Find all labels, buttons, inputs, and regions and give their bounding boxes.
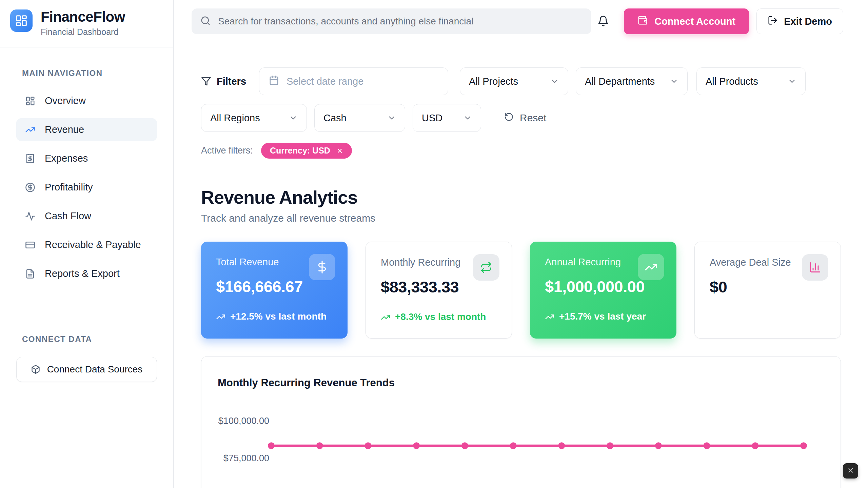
chevron-down-icon xyxy=(289,114,298,122)
sidebar-item-label: Expenses xyxy=(45,153,88,164)
sidebar-item-revenue[interactable]: Revenue xyxy=(16,118,157,141)
reset-label: Reset xyxy=(520,112,546,124)
filters-row-1: Filters Select date range All Projects A… xyxy=(201,67,841,95)
filter-icon xyxy=(201,76,211,86)
chart-title: Monthly Recurring Revenue Trends xyxy=(218,377,824,389)
receipt-icon xyxy=(25,154,35,164)
remove-filter-icon[interactable] xyxy=(336,147,343,154)
date-range-input[interactable]: Select date range xyxy=(259,67,448,95)
app-title: FinanceFlow xyxy=(41,9,125,24)
projects-select[interactable]: All Projects xyxy=(460,67,568,95)
data-point[interactable] xyxy=(607,442,613,449)
nav-heading: MAIN NAVIGATION xyxy=(22,68,157,78)
trending-up-icon xyxy=(25,125,35,135)
active-filters: Active filters: Currency: USD xyxy=(201,143,841,159)
trending-up-icon xyxy=(645,261,657,273)
filters-label: Filters xyxy=(201,76,246,87)
metric-delta: +8.3% vs last month xyxy=(381,310,497,323)
data-point[interactable] xyxy=(655,442,662,449)
chevron-down-icon xyxy=(670,77,678,86)
search-icon xyxy=(200,16,211,27)
metric-icon-badge xyxy=(638,254,664,280)
bell-icon xyxy=(597,15,609,28)
sidebar: FinanceFlow Financial Dashboard MAIN NAV… xyxy=(0,0,174,488)
data-point[interactable] xyxy=(704,442,710,449)
calendar-icon xyxy=(269,75,279,88)
sidebar-item-label: Receivable & Payable xyxy=(45,239,141,250)
data-point[interactable] xyxy=(510,442,517,449)
metric-card-average-deal-size: Average Deal Size $0 xyxy=(694,242,841,339)
app-logo-icon xyxy=(10,9,33,32)
activity-icon xyxy=(25,211,35,221)
connect-data-sources-button[interactable]: Connect Data Sources xyxy=(16,357,157,382)
rotate-ccw-icon xyxy=(504,112,514,124)
mrr-trend-plot: $100,000.00$75,000.00$50,000.00 xyxy=(218,404,824,488)
credit-card-icon xyxy=(25,240,35,250)
products-select[interactable]: All Products xyxy=(696,67,806,95)
chevron-down-icon xyxy=(550,77,559,86)
metric-delta: +12.5% vs last month xyxy=(216,310,333,323)
regions-select[interactable]: All Regions xyxy=(201,104,307,132)
trending-up-icon xyxy=(381,312,390,322)
chevron-down-icon xyxy=(788,77,796,86)
line-chart-svg xyxy=(218,404,823,488)
topbar: Connect Account Exit Demo xyxy=(174,0,868,43)
exit-demo-button[interactable]: Exit Demo xyxy=(756,8,843,34)
search-box[interactable] xyxy=(192,8,591,34)
wallet-icon xyxy=(637,15,648,28)
data-point[interactable] xyxy=(413,442,420,449)
mrr-trends-card: Monthly Recurring Revenue Trends $100,00… xyxy=(201,356,841,488)
dollar-sign-icon xyxy=(316,261,329,273)
notifications-button[interactable] xyxy=(597,15,609,28)
chevron-down-icon xyxy=(387,114,396,122)
bar-chart-icon xyxy=(809,261,821,273)
active-filters-label: Active filters: xyxy=(201,145,253,156)
connect-data-section: CONNECT DATA Connect Data Sources xyxy=(0,334,173,382)
payment-type-select[interactable]: Cash xyxy=(314,104,405,132)
sidebar-item-cash-flow[interactable]: Cash Flow xyxy=(16,205,157,227)
search-input[interactable] xyxy=(217,16,583,27)
page-subtitle: Track and analyze all revenue streams xyxy=(201,212,841,224)
page-title: Revenue Analytics xyxy=(201,187,841,208)
metric-icon-badge xyxy=(309,254,335,280)
sidebar-item-receivable-payable[interactable]: Receivable & Payable xyxy=(16,233,157,256)
metric-delta: +15.7% vs last year xyxy=(545,310,662,323)
close-icon xyxy=(847,467,854,475)
metric-card-monthly-recurring: Monthly Recurring $83,333.33 +8.3% vs la… xyxy=(366,242,512,339)
sidebar-item-label: Profitability xyxy=(45,182,93,193)
data-point[interactable] xyxy=(752,442,758,449)
close-overlay-button[interactable] xyxy=(843,463,858,479)
data-point[interactable] xyxy=(316,442,323,449)
sidebar-item-expenses[interactable]: Expenses xyxy=(16,147,157,170)
metric-icon-badge xyxy=(473,254,499,281)
sidebar-item-reports-export[interactable]: Reports & Export xyxy=(16,262,157,285)
sidebar-item-label: Overview xyxy=(45,95,86,106)
sidebar-item-label: Reports & Export xyxy=(45,268,120,279)
trending-up-icon xyxy=(216,312,225,322)
data-point[interactable] xyxy=(461,442,468,449)
circle-dollar-icon xyxy=(25,182,35,192)
data-point[interactable] xyxy=(268,442,275,449)
connect-account-button[interactable]: Connect Account xyxy=(624,8,749,34)
sidebar-item-label: Cash Flow xyxy=(45,210,91,222)
active-filter-chip: Currency: USD xyxy=(261,143,352,159)
brand: FinanceFlow Financial Dashboard xyxy=(0,0,173,47)
departments-select[interactable]: All Departments xyxy=(576,67,688,95)
date-range-placeholder: Select date range xyxy=(287,76,363,87)
currency-select[interactable]: USD xyxy=(413,104,481,132)
filters-row-2: All Regions Cash USD Reset xyxy=(201,104,841,132)
trending-up-icon xyxy=(545,312,554,322)
connect-data-sources-label: Connect Data Sources xyxy=(47,364,143,375)
layout-dashboard-icon xyxy=(25,96,35,106)
metric-icon-badge xyxy=(802,254,828,281)
content: Filters Select date range All Projects A… xyxy=(174,43,868,488)
sidebar-item-profitability[interactable]: Profitability xyxy=(16,176,157,199)
data-point[interactable] xyxy=(800,442,807,449)
data-point[interactable] xyxy=(364,442,371,449)
sidebar-item-label: Revenue xyxy=(45,124,84,135)
sidebar-item-overview[interactable]: Overview xyxy=(16,89,157,112)
reset-filters-button[interactable]: Reset xyxy=(502,112,548,124)
connect-data-heading: CONNECT DATA xyxy=(22,334,157,344)
main-column: Connect Account Exit Demo Filters Select… xyxy=(174,0,868,488)
data-point[interactable] xyxy=(558,442,565,449)
